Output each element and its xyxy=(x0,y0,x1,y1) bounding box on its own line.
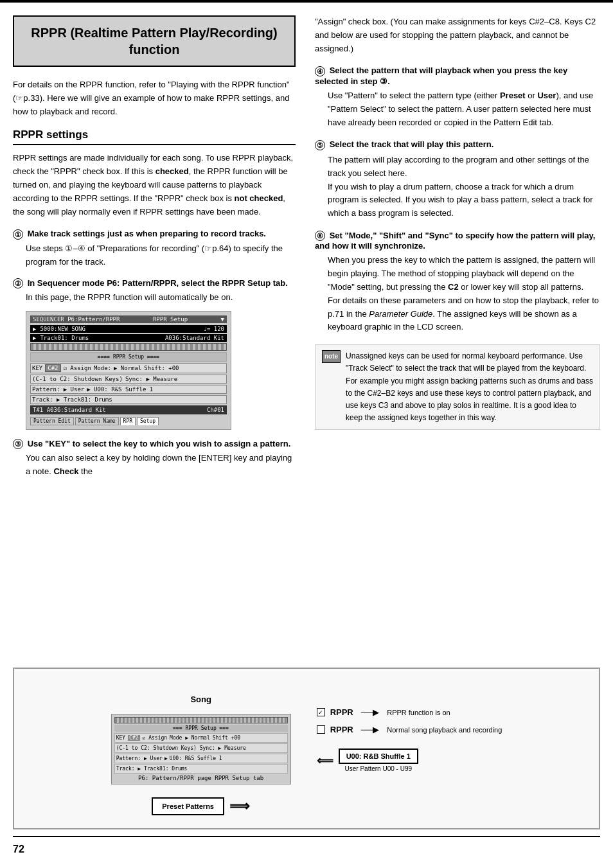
arrow-unchecked: ──▶ xyxy=(361,725,379,734)
mini-keyboard xyxy=(114,717,288,723)
device-header-arrow: ▼ xyxy=(221,316,224,323)
u00-sublabel: User Pattern U00 - U99 xyxy=(339,765,418,772)
song-label: Song xyxy=(190,695,211,704)
page-title: RPPR (Realtime Pattern Play/Recording) f… xyxy=(27,24,281,58)
device-header-right: RPPR Setup xyxy=(153,316,188,323)
step-6: ⑥ Set "Mode," "Shift" and "Sync" to spec… xyxy=(315,231,600,334)
step-6-header: ⑥ Set "Mode," "Shift" and "Sync" to spec… xyxy=(315,231,600,251)
note-box: note Unassigned keys can be used for nor… xyxy=(315,344,600,430)
step-5: ⑤ Select the track that will play this p… xyxy=(315,139,600,220)
assign-check-text: "Assign" check box. (You can make assign… xyxy=(315,15,600,55)
rppr-checked-desc: RPPR function is on xyxy=(387,709,450,716)
device-tabs: Pattern Edit Pattern Name RPR Setup xyxy=(30,417,227,425)
device-song-row: ▶ 5000:NEW SONG ♩= 120 xyxy=(30,325,227,333)
mini-key-row: KEY C#2 ☑ Assign Mode ▶ Normal Shift +00 xyxy=(114,733,288,743)
device-track-setup-row: Track: ▶ Track81: Drums xyxy=(30,395,227,404)
rppr-label-unchecked: RPPR xyxy=(330,725,353,734)
u00-box: U00: R&B Shuffle 1 xyxy=(339,748,418,764)
mode-label: Mode: xyxy=(94,365,111,371)
mini-rppr-label: ≡≡≡ RPPR Setup ≡≡≡ xyxy=(114,725,288,732)
rppr-label-checked: RPPR xyxy=(330,707,353,717)
step-2-body: In this page, the RPPR function will aut… xyxy=(13,291,296,305)
shift-label: Shift: +00 xyxy=(144,365,179,371)
intro-text: For details on the RPPR function, refer … xyxy=(13,78,296,118)
mini-pattern-row: Pattern: ▶ User ▶ U00: R&S Suffle 1 xyxy=(114,754,288,763)
page-number: 72 xyxy=(0,837,613,868)
device-bottom-row: T#1 A036:Standard Kit Ch#01 xyxy=(30,405,227,414)
mini-track-row: Track: ▶ Track81: Drums xyxy=(114,764,288,774)
content-area: RPPR (Realtime Pattern Play/Recording) f… xyxy=(0,3,613,661)
keyboard-graphic xyxy=(30,343,227,351)
mini-caption: P6: Pattern/RPPR page RPPR Setup tab xyxy=(114,775,288,781)
step-1-header: ① Make track settings just as when prepa… xyxy=(13,229,296,240)
device-main-screenshot: ≡≡≡ RPPR Setup ≡≡≡ KEY C#2 ☑ Assign Mode… xyxy=(111,714,291,784)
note-text: Unassigned keys can be used for normal k… xyxy=(346,350,593,424)
settings-intro: RPPR settings are made individually for … xyxy=(13,152,296,218)
step-3: ③ Use "KEY" to select the key to which y… xyxy=(13,439,296,479)
step-6-body: When you press the key to which the patt… xyxy=(315,254,600,334)
device-header-row: SEQUENCER P6:Pattern/RPPR RPPR Setup ▼ xyxy=(30,315,227,323)
step-1: ① Make track settings just as when prepa… xyxy=(13,229,296,269)
mini-c1-row: (C-1 to C2: Shutdown Keys) Sync: ▶ Measu… xyxy=(114,743,288,753)
section-title: RPPR settings xyxy=(13,128,296,145)
tab-pattern-name[interactable]: Pattern Name xyxy=(75,417,119,425)
page: RPPR (Realtime Pattern Play/Recording) f… xyxy=(0,0,613,868)
right-column: "Assign" check box. (You can make assign… xyxy=(315,15,600,655)
key-value: C#2 xyxy=(45,364,60,372)
step-2-header: ② In Sequencer mode P6: Pattern/RPPR, se… xyxy=(13,278,296,289)
rppr-unchecked-checkbox xyxy=(317,725,325,734)
rppr-unchecked-desc: Normal song playback and recording xyxy=(387,726,502,734)
step-3-circle: ③ xyxy=(13,439,23,449)
diagram-area: Song ≡≡≡ RPPR Setup ≡≡≡ KEY C#2 ☑ Assign… xyxy=(13,668,600,829)
device-screenshot: SEQUENCER P6:Pattern/RPPR RPPR Setup ▼ ▶… xyxy=(26,311,231,430)
track-play-icon: ▶ xyxy=(33,335,36,341)
left-column: RPPR (Realtime Pattern Play/Recording) f… xyxy=(13,15,296,655)
rppr-unchecked-row: RPPR ──▶ Normal song playback and record… xyxy=(317,725,502,734)
rppr-checked-row: ✓ RPPR ──▶ RPPR function is on xyxy=(317,707,502,717)
step-1-body: Use steps ①–④ of "Preparations for recor… xyxy=(13,242,296,269)
assign-check: ☑ Assign xyxy=(64,365,91,371)
arrow-to-u00: ⟸ xyxy=(317,754,333,768)
step-6-circle: ⑥ xyxy=(315,231,325,241)
step-5-header: ⑤ Select the track that will play this p… xyxy=(315,139,600,150)
preset-box: Preset Patterns xyxy=(152,797,224,815)
tempo-display: ♩= 120 xyxy=(203,326,224,332)
device-header-left: SEQUENCER P6:Pattern/RPPR xyxy=(33,316,120,323)
step-4-body: Use "Pattern" to select the pattern type… xyxy=(315,89,600,129)
step-3-body: You can also select a key by holding dow… xyxy=(13,452,296,479)
step-5-body: The pattern will play according to the p… xyxy=(315,154,600,220)
diagram-right: ✓ RPPR ──▶ RPPR function is on RPPR ──▶ … xyxy=(317,707,502,772)
step-5-circle: ⑤ xyxy=(315,140,325,150)
device-mini-wrapper: ≡≡≡ RPPR Setup ≡≡≡ KEY C#2 ☑ Assign Mode… xyxy=(111,714,291,784)
device-track-row: ▶ Track01: Drums A036:Standard Kit xyxy=(30,334,227,342)
diagram-layout: Song ≡≡≡ RPPR Setup ≡≡≡ KEY C#2 ☑ Assign… xyxy=(27,682,586,815)
step-2: ② In Sequencer mode P6: Pattern/RPPR, se… xyxy=(13,278,296,430)
preset-row: Preset Patterns ⟹ xyxy=(152,797,250,815)
key-label: KEY xyxy=(32,365,42,371)
u00-row: ⟸ U00: R&B Shuffle 1 User Pattern U00 - … xyxy=(317,748,502,772)
step-2-circle: ② xyxy=(13,278,23,288)
step-4: ④ Select the pattern that will playback … xyxy=(315,66,600,129)
step-3-header: ③ Use "KEY" to select the key to which y… xyxy=(13,439,296,450)
note-label: note xyxy=(322,350,341,363)
arrow-to-device: ⟹ xyxy=(229,798,250,815)
rppr-setup-label: ≡≡≡≡ RPPR Setup ≡≡≡≡ xyxy=(30,352,227,362)
diagram-left: Song ≡≡≡ RPPR Setup ≡≡≡ KEY C#2 ☑ Assign… xyxy=(111,695,291,815)
step-4-header: ④ Select the pattern that will playback … xyxy=(315,66,600,86)
tab-rppr[interactable]: RPR xyxy=(120,417,136,425)
rppr-checked-checkbox: ✓ xyxy=(317,708,325,716)
play-icon: ▶ xyxy=(33,326,36,332)
device-c1-row: (C-1 to C2: Shutdown Keys) Sync: ▶ Measu… xyxy=(30,375,227,384)
mode-value: ▶ Normal xyxy=(114,365,141,371)
title-box: RPPR (Realtime Pattern Play/Recording) f… xyxy=(13,15,296,67)
step-1-circle: ① xyxy=(13,229,23,240)
u00-panel: U00: R&B Shuffle 1 User Pattern U00 - U9… xyxy=(339,748,418,772)
device-pattern-row: Pattern: ▶ User ▶ U00: R&S Suffle 1 xyxy=(30,385,227,394)
tab-pattern-edit[interactable]: Pattern Edit xyxy=(30,417,74,425)
arrow-checked: ──▶ xyxy=(361,707,379,717)
tab-setup[interactable]: Setup xyxy=(137,417,159,425)
step-4-circle: ④ xyxy=(315,66,325,76)
program-display: A036:Standard Kit xyxy=(165,335,224,341)
device-key-row: KEY C#2 ☑ Assign Mode: ▶ Normal Shift: +… xyxy=(30,363,227,373)
